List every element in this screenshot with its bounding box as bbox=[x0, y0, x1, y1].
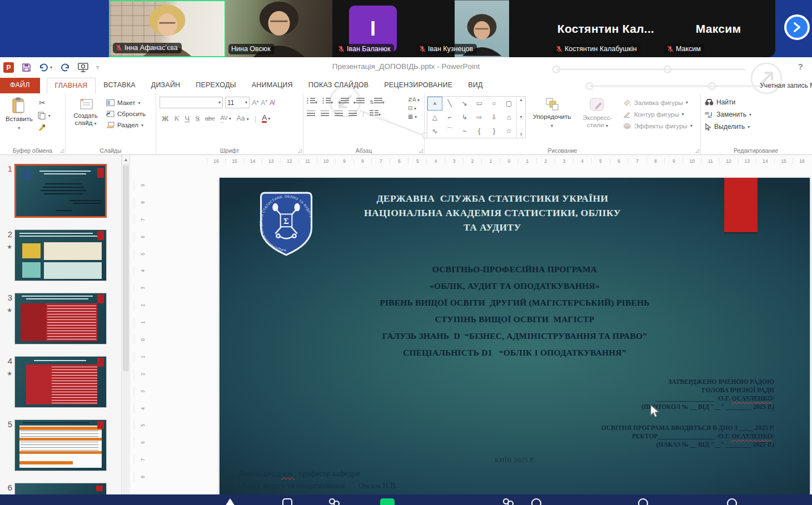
copy-button[interactable]: ▾ bbox=[36, 111, 52, 121]
shape-option[interactable]: ▢ bbox=[501, 97, 516, 111]
tab-файл[interactable]: ФАЙЛ bbox=[0, 78, 40, 93]
underline-button[interactable]: Ч bbox=[185, 114, 190, 123]
shapes-scrollbar[interactable]: ▲▼⊽ bbox=[516, 97, 525, 138]
increase-font-icon[interactable]: A▴ bbox=[252, 98, 258, 107]
columns-button[interactable]: ▾ bbox=[370, 110, 381, 117]
shape-option[interactable]: ▭ bbox=[472, 97, 487, 111]
font-name-select[interactable]: ▾ bbox=[160, 97, 223, 108]
italic-button[interactable]: К bbox=[174, 114, 179, 123]
participant-tile-2[interactable]: Нина Овсюк bbox=[226, 0, 332, 57]
format-painter-button[interactable] bbox=[36, 123, 52, 132]
participant-tile-3[interactable]: IІван Баланюк bbox=[332, 0, 414, 57]
shape-option[interactable]: ↘ bbox=[457, 97, 472, 111]
slide-thumbnail-4[interactable] bbox=[14, 356, 107, 408]
shape-option[interactable]: ↳ bbox=[457, 111, 472, 124]
account-label[interactable]: Учетная запись М bbox=[760, 82, 812, 89]
tab-дизайн[interactable]: ДИЗАЙН bbox=[143, 78, 188, 93]
bold-button[interactable]: Ж bbox=[162, 114, 168, 123]
shape-option[interactable]: { bbox=[472, 124, 487, 138]
shapes-gallery[interactable]: A╲↘▭○▢△⌐↳⇨⇩⌂∿⌒~{}☆ ▲▼⊽ bbox=[427, 96, 526, 138]
zoom-toolbar[interactable] bbox=[0, 494, 812, 505]
toolbar-share-screen-icon[interactable] bbox=[380, 498, 395, 505]
decrease-indent-button[interactable]: ◂ bbox=[338, 98, 349, 105]
slide-thumbnail-1[interactable] bbox=[14, 164, 107, 218]
shape-option[interactable]: ○ bbox=[487, 97, 502, 111]
participant-tile-1[interactable]: Інна Афанас'єва bbox=[109, 0, 226, 57]
text-direction-button[interactable]: ⇵A ▾ bbox=[408, 97, 420, 103]
strikethrough-button[interactable]: abc bbox=[205, 115, 215, 122]
shape-option[interactable]: ~ bbox=[457, 124, 472, 138]
shape-option[interactable]: ⌒ bbox=[442, 124, 457, 138]
shape-fill-button[interactable]: Заливка фигуры▾ bbox=[621, 98, 694, 107]
scroll-up-icon[interactable]: ▲ bbox=[122, 154, 130, 164]
font-color-button[interactable]: А bbox=[262, 114, 267, 123]
tab-рецензирование[interactable]: РЕЦЕНЗИРОВАНИЕ bbox=[376, 78, 460, 93]
gallery-next-button[interactable] bbox=[784, 14, 810, 40]
align-left-button[interactable] bbox=[307, 111, 315, 117]
toolbar-audio-icon[interactable] bbox=[225, 498, 235, 505]
participant-tile-6[interactable]: МаксимМаксим bbox=[661, 0, 775, 57]
numbering-button[interactable]: ▾ bbox=[322, 98, 333, 105]
tab-анимация[interactable]: АНИМАЦИЯ bbox=[244, 78, 301, 93]
tab-вид[interactable]: ВИД bbox=[460, 78, 490, 93]
section-button[interactable]: Раздел▾ bbox=[104, 121, 147, 129]
select-button[interactable]: Выделить▾ bbox=[703, 122, 809, 132]
toolbar-apps-icon[interactable] bbox=[638, 498, 648, 505]
layout-button[interactable]: Макет▾ bbox=[104, 98, 147, 107]
increase-indent-button[interactable]: ▸ bbox=[354, 98, 365, 105]
toolbar-reactions-icon[interactable] bbox=[531, 498, 541, 505]
toolbar-record-icon[interactable] bbox=[503, 498, 513, 505]
align-right-button[interactable] bbox=[335, 111, 343, 117]
shape-effects-button[interactable]: Эффекты фигуры▾ bbox=[621, 121, 694, 131]
find-button[interactable]: Найти bbox=[703, 97, 809, 107]
toolbar-more-icon[interactable] bbox=[727, 498, 737, 505]
tab-показ-слайдов[interactable]: ПОКАЗ СЛАЙДОВ bbox=[301, 78, 376, 93]
participant-tile-4[interactable]: Іван Кузнецов bbox=[414, 0, 550, 57]
slide-thumbnail-2[interactable] bbox=[14, 229, 107, 281]
horizontal-ruler[interactable]: 1615141312111098765432101234567891011121… bbox=[207, 157, 811, 165]
line-spacing-button[interactable]: ⇅▾ bbox=[370, 98, 385, 105]
text-shadow-button[interactable]: S bbox=[195, 114, 200, 123]
thumbnails-scrollbar[interactable]: ▲ bbox=[121, 154, 130, 505]
character-spacing-dropdown-icon[interactable]: ▾ bbox=[229, 116, 231, 121]
font-size-select[interactable]: 11▾ bbox=[225, 97, 250, 108]
toolbar-chat-icon[interactable] bbox=[282, 498, 292, 505]
font-color-dropdown-icon[interactable]: ▾ bbox=[268, 116, 270, 121]
reset-button[interactable]: Сбросить bbox=[104, 109, 147, 118]
scrollbar-thumb[interactable] bbox=[123, 166, 129, 371]
bullets-button[interactable]: ▾ bbox=[307, 98, 317, 105]
align-text-button[interactable]: ⊟ ▾ bbox=[408, 105, 420, 111]
align-center-button[interactable] bbox=[321, 111, 329, 117]
toolbar-participants-icon[interactable] bbox=[329, 498, 339, 505]
slide-thumbnail-5[interactable] bbox=[14, 419, 107, 471]
replace-button[interactable]: abacЗаменить▾ bbox=[703, 109, 809, 119]
cut-button[interactable]: ✂ bbox=[36, 97, 52, 108]
change-case-button[interactable]: Aa ▾ bbox=[237, 114, 249, 122]
character-spacing-button[interactable]: AV↔ bbox=[220, 114, 227, 123]
vertical-ruler[interactable]: 987654321012345678 bbox=[137, 177, 147, 486]
justify-button[interactable] bbox=[348, 111, 357, 117]
shape-outline-button[interactable]: Контур фигуры▾ bbox=[621, 109, 694, 119]
new-slide-button[interactable]: ✶ Создатьслайд ▾ bbox=[68, 96, 103, 129]
shape-option[interactable]: } bbox=[487, 124, 502, 138]
shape-option[interactable]: ⇨ bbox=[472, 111, 487, 124]
shape-option[interactable]: ☆ bbox=[501, 124, 516, 138]
slide-canvas[interactable]: НАЦІОНАЛЬНА АКАДЕМІЯ СТАТИСТИКИ, ОБЛІКУ … bbox=[220, 178, 810, 494]
shape-option[interactable]: ⌐ bbox=[442, 111, 457, 124]
participant-tile-5[interactable]: Костянтин Кал...Костянтин Калабушкін bbox=[550, 0, 661, 57]
slide-thumbnail-3[interactable] bbox=[14, 293, 107, 344]
arrange-button[interactable]: Упорядочить ▾ bbox=[530, 96, 574, 131]
shape-option[interactable]: ∿ bbox=[427, 124, 442, 138]
quick-styles-button[interactable]: Экспресс-стили ▾ bbox=[578, 96, 617, 131]
shape-option[interactable]: ╲ bbox=[442, 97, 457, 111]
decrease-font-icon[interactable]: A▾ bbox=[261, 99, 267, 107]
paste-button[interactable]: Вставить ▾ bbox=[2, 96, 36, 133]
tab-вставка[interactable]: ВСТАВКА bbox=[96, 78, 143, 93]
tab-переходы[interactable]: ПЕРЕХОДЫ bbox=[188, 78, 244, 93]
tab-главная[interactable]: ГЛАВНАЯ bbox=[47, 78, 96, 93]
shape-option[interactable]: △ bbox=[427, 111, 442, 124]
shape-option[interactable]: A bbox=[427, 97, 442, 111]
shape-option[interactable]: ⌂ bbox=[501, 111, 516, 124]
shape-option[interactable]: ⇩ bbox=[487, 111, 502, 124]
convert-smartart-button[interactable]: ▦ ▾ bbox=[408, 113, 420, 119]
